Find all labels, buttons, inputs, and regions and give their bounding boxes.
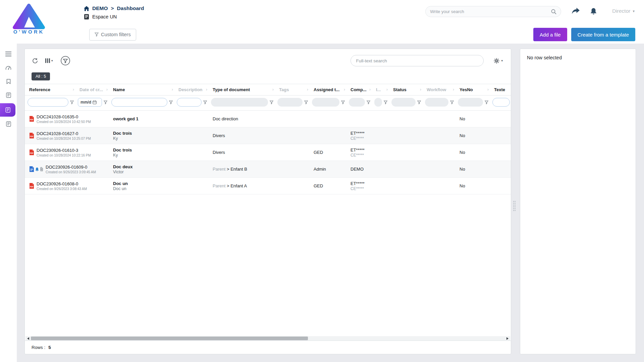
notifications-bell-icon[interactable]: [590, 8, 597, 14]
scroll-right-arrow[interactable]: [506, 337, 508, 340]
column-header-description[interactable]: Description›: [174, 84, 208, 96]
scrollbar-thumb[interactable]: [31, 337, 308, 340]
created-date: Created on 10/28/2024 10:25:07 PM: [37, 137, 91, 140]
column-sort-chevron-icon[interactable]: ›: [73, 87, 74, 92]
column-header-assigned-t[interactable]: Assigned t...›: [309, 84, 346, 96]
column-sort-chevron-icon[interactable]: ›: [172, 87, 173, 92]
column-sort-chevron-icon[interactable]: ›: [106, 87, 108, 92]
table-row[interactable]: PDFDOC241028-01635-0Created on 10/28/202…: [25, 111, 511, 127]
filter-funnel-icon[interactable]: [70, 101, 74, 104]
settings-gear-button[interactable]: ▾: [494, 58, 503, 64]
sidebar-item-documents[interactable]: [2, 89, 15, 102]
refresh-button[interactable]: [30, 56, 40, 66]
tab-all[interactable]: All : 5: [32, 72, 50, 80]
column-header-type-of-document[interactable]: Type of document›: [208, 84, 275, 96]
svg-text:PDF: PDF: [30, 186, 33, 188]
column-header-comp[interactable]: Comp...›: [346, 84, 372, 96]
column-header-workflow[interactable]: Workflow›: [422, 84, 455, 96]
document-subname: Ky: [113, 136, 172, 141]
column-sort-chevron-icon[interactable]: ›: [487, 87, 489, 92]
document-subname: Victor: [113, 170, 172, 174]
filter-funnel-icon[interactable]: [485, 101, 488, 104]
document-type: Divers: [208, 127, 275, 144]
table-row[interactable]: PDFDOC241028-01627-0Created on 10/28/202…: [25, 127, 511, 144]
column-sort-chevron-icon[interactable]: ›: [420, 87, 421, 92]
column-header-tags[interactable]: Tags›: [275, 84, 309, 96]
documents-panel: ▾ ▾: [24, 49, 511, 354]
filter-funnel-icon[interactable]: [270, 101, 273, 104]
table-header-row: Reference›Date of cr...›Name›Description…: [25, 84, 511, 96]
filter-funnel-icon[interactable]: [367, 101, 370, 104]
refresh-icon: [32, 58, 38, 64]
filter-funnel-icon[interactable]: [304, 101, 308, 104]
sidebar-menu-toggle[interactable]: [2, 48, 15, 60]
column-sort-chevron-icon[interactable]: ›: [344, 87, 345, 92]
column-header-date-of-cr[interactable]: Date of cr...›: [75, 84, 109, 96]
column-header-yesno[interactable]: YesNo›: [455, 84, 490, 96]
sidebar-item-dashboard[interactable]: [2, 61, 15, 74]
date-filter-input[interactable]: mm/d: [78, 98, 102, 107]
user-menu[interactable]: Director ▾: [612, 8, 635, 14]
fulltext-search-input[interactable]: [356, 58, 478, 63]
global-search-input[interactable]: [430, 9, 551, 14]
breadcrumb-dashboard-link[interactable]: Dashboard: [117, 5, 144, 11]
custom-filters-button[interactable]: Custom filters: [89, 29, 136, 41]
fulltext-search[interactable]: [351, 55, 484, 66]
yesno-value: No: [455, 111, 490, 127]
rows-label: Rows :: [32, 345, 45, 350]
main-content: ▾ ▾: [17, 44, 644, 362]
column-sort-chevron-icon[interactable]: ›: [307, 87, 308, 92]
text-filter-input[interactable]: [492, 98, 510, 107]
column-header-status[interactable]: Status›: [389, 84, 422, 96]
company: [346, 111, 372, 127]
column-sort-chevron-icon[interactable]: ›: [386, 87, 388, 92]
horizontal-scrollbar[interactable]: [25, 336, 510, 341]
column-sort-chevron-icon[interactable]: ›: [206, 87, 207, 92]
filter-funnel-icon[interactable]: [169, 101, 173, 104]
text-filter-input[interactable]: [111, 98, 167, 107]
rows-count: 5: [48, 345, 51, 350]
filter-funnel-icon[interactable]: [203, 101, 207, 104]
document-name: Doc trois: [113, 147, 172, 153]
filter-funnel-icon[interactable]: [104, 101, 107, 104]
share-icon[interactable]: [572, 8, 580, 14]
table-row[interactable]: DOC230926-01609-0Created on 9/26/2023 3:…: [25, 161, 511, 178]
column-header-texte[interactable]: Texte›: [490, 84, 511, 96]
document-type: Parent > Enfant B: [208, 161, 275, 178]
filter-button[interactable]: [58, 54, 72, 68]
text-filter-input[interactable]: [28, 98, 68, 107]
sidebar-item-archive[interactable]: [2, 118, 15, 130]
column-header-i[interactable]: I...›: [372, 84, 389, 96]
table-row[interactable]: PDFDOC230926-01608-0Created on 9/26/2023…: [25, 178, 511, 194]
column-sort-chevron-icon[interactable]: ›: [272, 87, 274, 92]
row-icons: PDF: [29, 116, 34, 122]
filter-funnel-icon[interactable]: [341, 101, 345, 104]
table-row[interactable]: PDFDOC230926-01610-3Created on 10/28/202…: [25, 144, 511, 161]
table-toolbar: ▾ ▾: [25, 49, 511, 71]
search-icon[interactable]: [551, 9, 556, 14]
filter-funnel-icon[interactable]: [450, 101, 454, 104]
global-search[interactable]: [425, 6, 561, 17]
add-file-button[interactable]: Add a file: [533, 28, 567, 41]
assigned-to: [309, 127, 346, 144]
sidebar-item-ged-active[interactable]: [0, 103, 15, 117]
panel-resize-handle[interactable]: [513, 200, 516, 211]
column-sort-chevron-icon[interactable]: ›: [453, 87, 454, 92]
filter-funnel-icon[interactable]: [384, 101, 387, 104]
breadcrumb-demo-link[interactable]: DEMO: [92, 5, 108, 11]
dashboard-gauge-icon: [5, 65, 11, 70]
sidebar-item-bookmarks[interactable]: [2, 75, 15, 88]
column-sort-chevron-icon[interactable]: ›: [369, 87, 371, 92]
create-template-button[interactable]: Create from a template: [571, 28, 635, 41]
disabled-filter-input: [312, 98, 339, 107]
filter-funnel-icon[interactable]: [417, 101, 421, 104]
calendar-icon[interactable]: [93, 100, 97, 104]
app-logo[interactable]: O'WORK: [5, 3, 52, 35]
text-filter-input[interactable]: [177, 98, 202, 107]
scroll-left-arrow[interactable]: [27, 337, 29, 340]
column-header-name[interactable]: Name›: [109, 84, 174, 96]
home-icon[interactable]: [84, 6, 89, 11]
column-header-reference[interactable]: Reference›: [25, 84, 75, 96]
top-header: O'WORK DEMO > Dashboard Espace UN: [0, 0, 644, 44]
column-settings-button[interactable]: ▾: [43, 56, 55, 65]
